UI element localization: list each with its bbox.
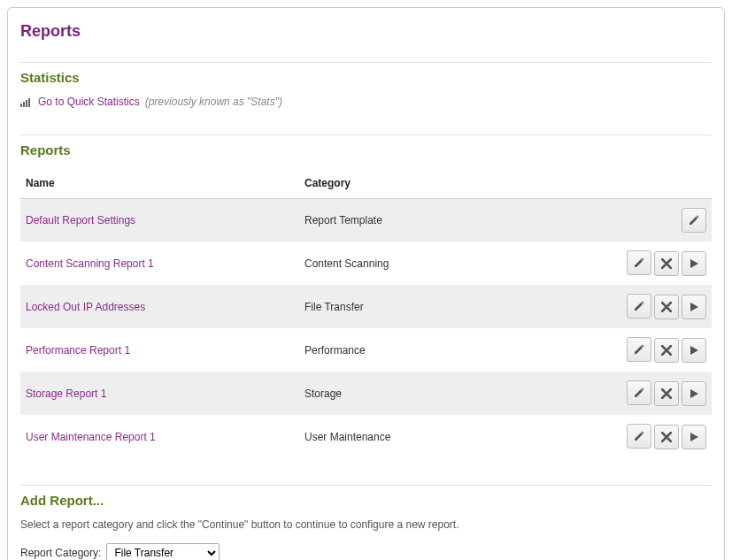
x-icon	[661, 388, 672, 399]
svg-rect-3	[28, 98, 30, 107]
report-name-link[interactable]: Performance Report 1	[26, 344, 130, 357]
table-row: Performance Report 1Performance	[20, 328, 712, 372]
pencil-icon	[633, 387, 645, 399]
delete-button[interactable]	[654, 425, 679, 449]
play-icon	[689, 258, 699, 269]
play-icon	[689, 345, 699, 356]
report-category-cell: Storage	[299, 372, 605, 415]
svg-rect-0	[20, 104, 22, 107]
statistics-row: Go to Quick Statistics (previously known…	[20, 96, 712, 108]
column-name-header: Name	[20, 168, 299, 199]
edit-button[interactable]	[627, 380, 651, 405]
play-icon	[689, 432, 699, 442]
run-button[interactable]	[682, 381, 706, 406]
pencil-icon	[688, 214, 700, 226]
report-name-link[interactable]: User Maintenance Report 1	[26, 431, 156, 443]
report-name-link[interactable]: Default Report Settings	[26, 214, 135, 226]
report-actions-cell	[605, 285, 712, 328]
x-icon	[661, 345, 672, 356]
report-actions-cell	[605, 415, 712, 458]
run-button[interactable]	[682, 251, 706, 276]
run-button[interactable]	[682, 338, 706, 363]
edit-button[interactable]	[627, 250, 651, 275]
quick-statistics-link[interactable]: Go to Quick Statistics	[38, 96, 140, 108]
add-report-heading: Add Report...	[20, 493, 712, 508]
page-title: Reports	[20, 22, 712, 41]
column-category-header: Category	[299, 168, 605, 199]
report-category-row: Report Category: Content ScanningFile Tr…	[20, 543, 712, 560]
report-actions-cell	[605, 199, 712, 242]
report-category-cell: User Maintenance	[299, 415, 605, 458]
report-category-cell: Performance	[299, 328, 605, 372]
bars-icon	[20, 96, 33, 107]
play-icon	[689, 388, 699, 399]
column-actions-header	[605, 168, 712, 199]
run-button[interactable]	[682, 425, 706, 449]
table-row: Content Scanning Report 1Content Scannin…	[20, 242, 712, 285]
report-actions-cell	[605, 372, 712, 415]
report-actions-cell	[605, 242, 712, 285]
edit-button[interactable]	[627, 424, 651, 449]
table-row: User Maintenance Report 1User Maintenanc…	[20, 415, 712, 458]
reports-table: Name Category Default Report SettingsRep…	[20, 168, 712, 458]
report-name-link[interactable]: Storage Report 1	[26, 387, 106, 400]
report-name-link[interactable]: Locked Out IP Addresses	[26, 301, 145, 313]
report-category-cell: Report Template	[299, 199, 605, 242]
svg-rect-1	[23, 102, 25, 107]
pencil-icon	[633, 257, 645, 269]
add-report-description: Select a report category and click the "…	[20, 518, 712, 531]
report-category-select[interactable]: Content ScanningFile TransferPerformance…	[106, 543, 220, 560]
report-category-cell: File Transfer	[299, 285, 605, 328]
reports-page: Reports Statistics Go to Quick Statistic…	[7, 7, 725, 560]
run-button[interactable]	[682, 295, 706, 319]
report-name-link[interactable]: Content Scanning Report 1	[26, 257, 154, 270]
edit-button[interactable]	[627, 337, 651, 362]
statistics-heading: Statistics	[20, 70, 712, 85]
pencil-icon	[633, 300, 645, 312]
pencil-icon	[633, 430, 645, 442]
statistics-hint: (previously known as "Stats")	[145, 96, 282, 108]
table-row: Storage Report 1Storage	[20, 372, 712, 415]
play-icon	[689, 302, 699, 312]
report-actions-cell	[605, 328, 712, 372]
report-category-label: Report Category:	[20, 547, 101, 559]
x-icon	[661, 432, 672, 442]
delete-button[interactable]	[654, 295, 679, 319]
delete-button[interactable]	[654, 381, 679, 406]
table-row: Locked Out IP AddressesFile Transfer	[20, 285, 712, 328]
x-icon	[661, 302, 672, 312]
reports-heading: Reports	[20, 142, 712, 157]
report-category-cell: Content Scanning	[299, 242, 605, 285]
table-row: Default Report SettingsReport Template	[20, 199, 712, 242]
edit-button[interactable]	[627, 294, 651, 318]
x-icon	[661, 258, 672, 269]
svg-rect-2	[26, 100, 27, 107]
delete-button[interactable]	[654, 338, 679, 363]
delete-button[interactable]	[654, 251, 679, 276]
pencil-icon	[633, 343, 645, 356]
edit-button[interactable]	[682, 208, 706, 233]
divider	[20, 485, 712, 486]
divider	[20, 134, 712, 135]
divider	[20, 62, 712, 63]
